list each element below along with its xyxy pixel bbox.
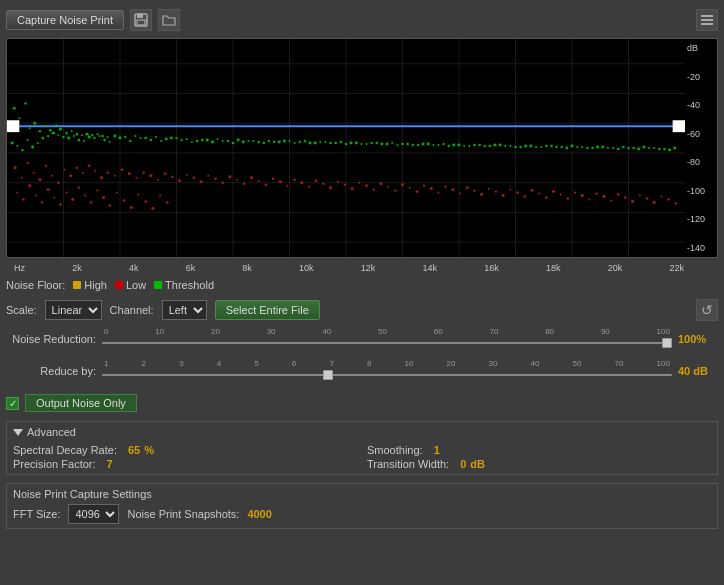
scale-select[interactable]: Linear xyxy=(45,300,102,320)
svg-point-67 xyxy=(324,141,326,143)
svg-point-32 xyxy=(37,142,39,144)
noise-reduction-slider[interactable] xyxy=(102,337,672,349)
reduce-by-row: Reduce by: 123456 78102030 405070100 40 … xyxy=(6,359,718,383)
svg-point-221 xyxy=(322,182,324,184)
svg-point-219 xyxy=(308,186,310,188)
svg-point-33 xyxy=(42,137,45,140)
svg-point-60 xyxy=(253,140,255,142)
reset-button[interactable]: ↺ xyxy=(696,299,718,321)
svg-point-66 xyxy=(314,142,317,145)
svg-rect-3 xyxy=(701,15,713,17)
svg-point-228 xyxy=(373,188,375,190)
fft-size-select[interactable]: 4096 256 512 1024 2048 8192 xyxy=(68,504,119,524)
svg-point-144 xyxy=(350,142,353,145)
svg-point-138 xyxy=(288,140,290,142)
svg-point-98 xyxy=(642,146,645,149)
svg-point-99 xyxy=(653,147,655,149)
low-dot xyxy=(115,281,123,289)
svg-point-199 xyxy=(164,172,167,175)
save-icon[interactable] xyxy=(130,9,152,31)
threshold-dot xyxy=(154,281,162,289)
svg-point-157 xyxy=(483,145,485,147)
scale-label: Scale: xyxy=(6,304,37,316)
output-noise-checkbox[interactable]: ✓ xyxy=(6,397,19,410)
svg-point-288 xyxy=(123,199,126,202)
svg-point-180 xyxy=(38,178,41,181)
svg-point-259 xyxy=(595,192,597,194)
svg-point-292 xyxy=(151,207,154,210)
svg-point-116 xyxy=(86,133,89,136)
svg-point-58 xyxy=(232,142,234,144)
svg-point-162 xyxy=(535,146,537,148)
svg-rect-1 xyxy=(137,14,143,18)
svg-point-217 xyxy=(293,179,295,181)
svg-point-148 xyxy=(391,142,393,144)
capture-noise-print-button[interactable]: Capture Noise Print xyxy=(6,10,124,30)
db-labels: dB -20 -40 -60 -80 -100 -120 -140 xyxy=(685,39,717,257)
svg-point-211 xyxy=(250,176,253,179)
svg-point-70 xyxy=(355,142,358,145)
transition-width-unit: dB xyxy=(470,458,485,470)
hz-labels: Hz 2k 4k 6k 8k 10k 12k 14k 16k 18k 20k 2… xyxy=(6,262,718,273)
svg-rect-25 xyxy=(7,120,19,132)
svg-point-125 xyxy=(155,136,157,138)
noise-reduction-track: 010203040 5060708090100 xyxy=(102,327,672,351)
svg-point-111 xyxy=(59,128,62,131)
noise-reduction-label: Noise Reduction: xyxy=(6,333,96,345)
svg-point-74 xyxy=(396,144,398,146)
svg-point-272 xyxy=(22,198,24,200)
precision-factor-value: 7 xyxy=(107,458,113,470)
svg-point-77 xyxy=(427,143,430,146)
svg-point-137 xyxy=(278,141,281,144)
svg-point-236 xyxy=(430,187,433,190)
svg-point-43 xyxy=(93,137,95,139)
output-noise-only-button[interactable]: Output Noise Only xyxy=(25,394,137,412)
svg-point-183 xyxy=(57,181,60,184)
svg-point-94 xyxy=(601,146,604,149)
svg-point-127 xyxy=(175,137,177,139)
open-icon[interactable] xyxy=(158,9,180,31)
smoothing-row: Smoothing: 1 xyxy=(367,444,711,456)
svg-point-86 xyxy=(519,146,521,148)
svg-point-224 xyxy=(344,183,346,185)
svg-point-131 xyxy=(217,138,219,140)
svg-point-51 xyxy=(160,140,162,142)
svg-point-134 xyxy=(247,140,249,142)
svg-point-55 xyxy=(201,139,204,142)
svg-point-176 xyxy=(14,166,17,169)
svg-point-46 xyxy=(109,141,111,143)
select-entire-file-button[interactable]: Select Entire File xyxy=(215,300,320,320)
svg-point-36 xyxy=(57,134,59,136)
svg-point-233 xyxy=(409,187,411,189)
svg-point-283 xyxy=(90,201,93,204)
advanced-header[interactable]: Advanced xyxy=(13,426,711,438)
svg-point-141 xyxy=(319,141,321,143)
svg-point-191 xyxy=(106,172,108,174)
menu-icon[interactable] xyxy=(696,9,718,31)
svg-point-52 xyxy=(170,137,173,140)
svg-point-251 xyxy=(538,193,540,195)
svg-point-220 xyxy=(315,179,318,182)
svg-point-215 xyxy=(279,180,282,183)
svg-point-82 xyxy=(478,144,481,147)
svg-rect-4 xyxy=(701,19,713,21)
svg-point-75 xyxy=(406,143,409,146)
reduce-by-label: Reduce by: xyxy=(6,365,96,377)
svg-point-267 xyxy=(653,201,656,204)
svg-point-48 xyxy=(129,140,131,142)
svg-point-184 xyxy=(64,169,66,171)
svg-point-81 xyxy=(468,145,470,147)
svg-point-271 xyxy=(16,192,18,194)
svg-point-42 xyxy=(88,136,91,139)
svg-point-194 xyxy=(128,172,131,175)
reduce-by-slider[interactable] xyxy=(102,369,672,381)
svg-point-177 xyxy=(20,177,22,179)
svg-point-190 xyxy=(100,176,103,179)
svg-point-73 xyxy=(386,143,389,146)
svg-point-212 xyxy=(258,180,260,182)
svg-point-280 xyxy=(71,198,74,201)
svg-point-145 xyxy=(360,143,362,145)
channel-select[interactable]: Left xyxy=(162,300,207,320)
svg-point-206 xyxy=(214,177,217,180)
svg-point-243 xyxy=(480,193,483,196)
